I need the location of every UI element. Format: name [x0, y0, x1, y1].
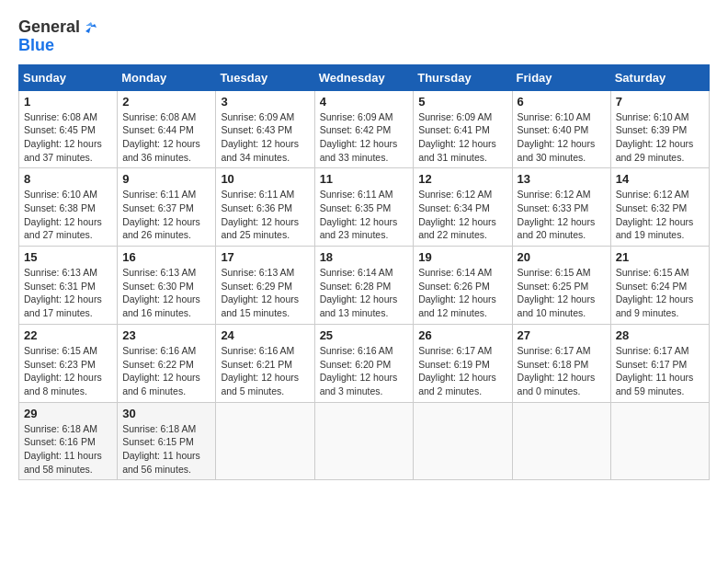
day-number: 15: [24, 250, 112, 264]
calendar-day-cell: 18 Sunrise: 6:14 AMSunset: 6:28 PMDaylig…: [314, 247, 414, 325]
calendar-day-cell: 28 Sunrise: 6:17 AMSunset: 6:17 PMDaylig…: [610, 324, 709, 402]
calendar-day-cell: 3 Sunrise: 6:09 AMSunset: 6:43 PMDayligh…: [216, 90, 314, 168]
weekday-header: Friday: [512, 64, 610, 90]
day-number: 29: [24, 407, 112, 420]
day-detail: Sunrise: 6:15 AMSunset: 6:23 PMDaylight:…: [24, 345, 102, 396]
day-number: 13: [518, 172, 606, 186]
day-detail: Sunrise: 6:18 AMSunset: 6:16 PMDaylight:…: [24, 423, 102, 475]
calendar-day-cell: 26 Sunrise: 6:17 AMSunset: 6:19 PMDaylig…: [414, 324, 512, 402]
day-number: 1: [24, 95, 112, 109]
calendar-day-cell: 5 Sunrise: 6:09 AMSunset: 6:41 PMDayligh…: [414, 90, 512, 168]
day-detail: Sunrise: 6:18 AMSunset: 6:15 PMDaylight:…: [122, 423, 200, 475]
weekday-header: Saturday: [610, 64, 709, 90]
day-number: 28: [616, 328, 704, 342]
calendar-week-row: 1 Sunrise: 6:08 AMSunset: 6:45 PMDayligh…: [19, 90, 710, 168]
day-number: 8: [24, 172, 112, 186]
calendar-day-cell: 25 Sunrise: 6:16 AMSunset: 6:20 PMDaylig…: [314, 324, 414, 402]
calendar-day-cell: 6 Sunrise: 6:10 AMSunset: 6:40 PMDayligh…: [512, 90, 610, 168]
day-detail: Sunrise: 6:15 AMSunset: 6:25 PMDaylight:…: [518, 267, 596, 318]
weekday-header: Thursday: [414, 64, 512, 90]
day-detail: Sunrise: 6:08 AMSunset: 6:45 PMDaylight:…: [24, 111, 102, 163]
day-detail: Sunrise: 6:13 AMSunset: 6:30 PMDaylight:…: [122, 267, 200, 318]
calendar-week-row: 15 Sunrise: 6:13 AMSunset: 6:31 PMDaylig…: [19, 247, 710, 325]
day-detail: Sunrise: 6:13 AMSunset: 6:31 PMDaylight:…: [24, 267, 102, 318]
day-number: 3: [221, 95, 309, 109]
logo: General Blue: [18, 18, 98, 55]
day-number: 7: [616, 95, 704, 109]
calendar-day-cell: 15 Sunrise: 6:13 AMSunset: 6:31 PMDaylig…: [19, 247, 118, 325]
calendar-day-cell: 11 Sunrise: 6:11 AMSunset: 6:35 PMDaylig…: [314, 168, 414, 247]
calendar-day-cell: 16 Sunrise: 6:13 AMSunset: 6:30 PMDaylig…: [118, 247, 216, 325]
page-header: General Blue: [18, 18, 710, 55]
calendar-day-cell: [314, 402, 414, 480]
calendar-day-cell: 20 Sunrise: 6:15 AMSunset: 6:25 PMDaylig…: [512, 247, 610, 325]
calendar-day-cell: 14 Sunrise: 6:12 AMSunset: 6:32 PMDaylig…: [610, 168, 709, 247]
day-number: 6: [518, 95, 606, 109]
calendar-day-cell: 8 Sunrise: 6:10 AMSunset: 6:38 PMDayligh…: [19, 168, 118, 247]
day-detail: Sunrise: 6:08 AMSunset: 6:44 PMDaylight:…: [122, 111, 200, 163]
day-detail: Sunrise: 6:16 AMSunset: 6:22 PMDaylight:…: [122, 345, 200, 396]
day-number: 24: [221, 328, 309, 342]
calendar-day-cell: 13 Sunrise: 6:12 AMSunset: 6:33 PMDaylig…: [512, 168, 610, 247]
svg-marker-1: [84, 22, 93, 28]
day-detail: Sunrise: 6:11 AMSunset: 6:36 PMDaylight:…: [221, 189, 299, 240]
calendar-day-cell: [512, 402, 610, 480]
day-detail: Sunrise: 6:12 AMSunset: 6:34 PMDaylight:…: [418, 189, 496, 240]
calendar-day-cell: 9 Sunrise: 6:11 AMSunset: 6:37 PMDayligh…: [118, 168, 216, 247]
calendar-day-cell: 21 Sunrise: 6:15 AMSunset: 6:24 PMDaylig…: [610, 247, 709, 325]
day-detail: Sunrise: 6:14 AMSunset: 6:26 PMDaylight:…: [418, 267, 496, 318]
calendar-day-cell: 1 Sunrise: 6:08 AMSunset: 6:45 PMDayligh…: [19, 90, 118, 168]
day-number: 10: [221, 172, 309, 186]
day-detail: Sunrise: 6:10 AMSunset: 6:39 PMDaylight:…: [616, 111, 694, 163]
day-detail: Sunrise: 6:11 AMSunset: 6:35 PMDaylight:…: [320, 189, 398, 240]
day-number: 20: [518, 250, 606, 264]
calendar-day-cell: [414, 402, 512, 480]
day-number: 25: [320, 328, 409, 342]
weekday-header: Sunday: [19, 64, 118, 90]
day-number: 4: [320, 95, 409, 109]
weekday-header: Wednesday: [314, 64, 414, 90]
weekday-header: Tuesday: [216, 64, 314, 90]
weekday-header: Monday: [118, 64, 216, 90]
logo-blue: Blue: [18, 37, 98, 55]
day-number: 30: [122, 407, 210, 420]
logo-general: General: [18, 18, 80, 37]
day-detail: Sunrise: 6:17 AMSunset: 6:19 PMDaylight:…: [418, 345, 496, 396]
calendar-day-cell: 2 Sunrise: 6:08 AMSunset: 6:44 PMDayligh…: [118, 90, 216, 168]
calendar-day-cell: 4 Sunrise: 6:09 AMSunset: 6:42 PMDayligh…: [314, 90, 414, 168]
day-detail: Sunrise: 6:16 AMSunset: 6:20 PMDaylight:…: [320, 345, 398, 396]
calendar-day-cell: 30 Sunrise: 6:18 AMSunset: 6:15 PMDaylig…: [118, 402, 216, 480]
calendar-table: SundayMondayTuesdayWednesdayThursdayFrid…: [18, 64, 710, 481]
day-detail: Sunrise: 6:12 AMSunset: 6:32 PMDaylight:…: [616, 189, 694, 240]
calendar-day-cell: 27 Sunrise: 6:17 AMSunset: 6:18 PMDaylig…: [512, 324, 610, 402]
day-number: 22: [24, 328, 112, 342]
day-detail: Sunrise: 6:17 AMSunset: 6:18 PMDaylight:…: [518, 345, 596, 396]
calendar-day-cell: 24 Sunrise: 6:16 AMSunset: 6:21 PMDaylig…: [216, 324, 314, 402]
day-number: 18: [320, 250, 409, 264]
day-detail: Sunrise: 6:15 AMSunset: 6:24 PMDaylight:…: [616, 267, 694, 318]
calendar-day-cell: 29 Sunrise: 6:18 AMSunset: 6:16 PMDaylig…: [19, 402, 118, 480]
day-number: 21: [616, 250, 704, 264]
calendar-week-row: 29 Sunrise: 6:18 AMSunset: 6:16 PMDaylig…: [19, 402, 710, 480]
calendar-day-cell: [216, 402, 314, 480]
day-number: 23: [122, 328, 210, 342]
day-number: 5: [418, 95, 506, 109]
calendar-day-cell: 19 Sunrise: 6:14 AMSunset: 6:26 PMDaylig…: [414, 247, 512, 325]
calendar-day-cell: 17 Sunrise: 6:13 AMSunset: 6:29 PMDaylig…: [216, 247, 314, 325]
day-detail: Sunrise: 6:13 AMSunset: 6:29 PMDaylight:…: [221, 267, 299, 318]
day-detail: Sunrise: 6:09 AMSunset: 6:41 PMDaylight:…: [418, 111, 496, 163]
day-number: 16: [122, 250, 210, 264]
day-detail: Sunrise: 6:14 AMSunset: 6:28 PMDaylight:…: [320, 267, 398, 318]
day-number: 9: [122, 172, 210, 186]
day-number: 19: [418, 250, 506, 264]
calendar-day-cell: 22 Sunrise: 6:15 AMSunset: 6:23 PMDaylig…: [19, 324, 118, 402]
calendar-day-cell: 12 Sunrise: 6:12 AMSunset: 6:34 PMDaylig…: [414, 168, 512, 247]
day-detail: Sunrise: 6:10 AMSunset: 6:40 PMDaylight:…: [518, 111, 596, 163]
day-number: 12: [418, 172, 506, 186]
day-number: 17: [221, 250, 309, 264]
day-number: 26: [418, 328, 506, 342]
calendar-day-cell: 23 Sunrise: 6:16 AMSunset: 6:22 PMDaylig…: [118, 324, 216, 402]
day-detail: Sunrise: 6:09 AMSunset: 6:43 PMDaylight:…: [221, 111, 299, 163]
calendar-day-cell: 7 Sunrise: 6:10 AMSunset: 6:39 PMDayligh…: [610, 90, 709, 168]
day-number: 14: [616, 172, 704, 186]
